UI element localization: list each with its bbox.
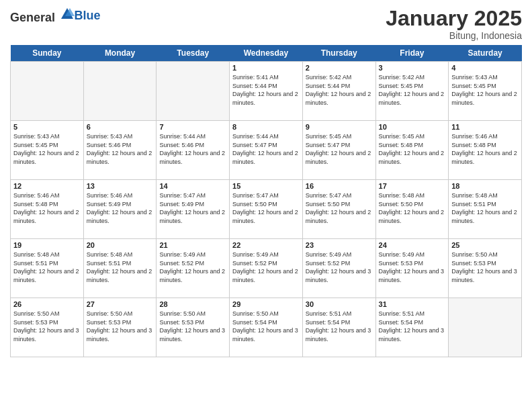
- day-number: 12: [13, 182, 81, 190]
- calendar-cell: 6Sunrise: 5:43 AMSunset: 5:46 PMDaylight…: [83, 121, 157, 180]
- day-info: Sunrise: 5:50 AMSunset: 5:53 PMDaylight:…: [87, 310, 154, 343]
- day-info: Sunrise: 5:43 AMSunset: 5:46 PMDaylight:…: [87, 132, 154, 166]
- day-number: 18: [451, 182, 519, 190]
- week-row-3: 12Sunrise: 5:46 AMSunset: 5:48 PMDayligh…: [11, 180, 522, 239]
- day-info: Sunrise: 5:48 AMSunset: 5:51 PMDaylight:…: [451, 191, 519, 225]
- day-info: Sunrise: 5:49 AMSunset: 5:52 PMDaylight:…: [159, 250, 226, 284]
- day-number: 17: [379, 182, 446, 190]
- day-number: 1: [232, 64, 300, 72]
- day-info: Sunrise: 5:50 AMSunset: 5:53 PMDaylight:…: [13, 310, 81, 343]
- day-number: 11: [451, 123, 519, 131]
- week-row-2: 5Sunrise: 5:43 AMSunset: 5:45 PMDaylight…: [11, 121, 522, 180]
- calendar-cell: [157, 62, 230, 121]
- day-number: 10: [379, 123, 446, 131]
- day-number: 23: [306, 241, 373, 249]
- day-number: 13: [87, 182, 154, 190]
- day-info: Sunrise: 5:48 AMSunset: 5:50 PMDaylight:…: [379, 191, 446, 225]
- day-info: Sunrise: 5:49 AMSunset: 5:52 PMDaylight:…: [232, 250, 300, 284]
- header: General Blue January 2025 Bitung, Indone…: [10, 7, 522, 41]
- day-header-monday: Monday: [83, 45, 157, 62]
- calendar-cell: 26Sunrise: 5:50 AMSunset: 5:53 PMDayligh…: [11, 298, 84, 357]
- day-number: 25: [451, 241, 519, 249]
- day-header-sunday: Sunday: [11, 45, 84, 62]
- calendar-cell: 28Sunrise: 5:50 AMSunset: 5:53 PMDayligh…: [157, 298, 230, 357]
- calendar-table: SundayMondayTuesdayWednesdayThursdayFrid…: [10, 45, 522, 357]
- day-info: Sunrise: 5:48 AMSunset: 5:51 PMDaylight:…: [13, 250, 81, 284]
- day-info: Sunrise: 5:46 AMSunset: 5:48 PMDaylight:…: [451, 132, 519, 166]
- day-info: Sunrise: 5:46 AMSunset: 5:48 PMDaylight:…: [13, 191, 81, 225]
- calendar-cell: 22Sunrise: 5:49 AMSunset: 5:52 PMDayligh…: [230, 239, 303, 298]
- day-info: Sunrise: 5:50 AMSunset: 5:54 PMDaylight:…: [232, 310, 300, 343]
- title-block: January 2025 Bitung, Indonesia: [386, 7, 522, 41]
- day-info: Sunrise: 5:44 AMSunset: 5:47 PMDaylight:…: [232, 132, 300, 166]
- day-info: Sunrise: 5:50 AMSunset: 5:53 PMDaylight:…: [159, 310, 226, 343]
- calendar-cell: 8Sunrise: 5:44 AMSunset: 5:47 PMDaylight…: [230, 121, 303, 180]
- calendar-cell: 15Sunrise: 5:47 AMSunset: 5:50 PMDayligh…: [230, 180, 303, 239]
- day-number: 2: [306, 64, 373, 72]
- day-info: Sunrise: 5:42 AMSunset: 5:44 PMDaylight:…: [306, 73, 373, 107]
- calendar-cell: 4Sunrise: 5:43 AMSunset: 5:45 PMDaylight…: [449, 62, 522, 121]
- month-title: January 2025: [386, 7, 522, 30]
- calendar-cell: [11, 62, 84, 121]
- day-header-wednesday: Wednesday: [230, 45, 303, 62]
- day-header-tuesday: Tuesday: [157, 45, 230, 62]
- day-info: Sunrise: 5:49 AMSunset: 5:52 PMDaylight:…: [306, 250, 373, 284]
- day-number: 24: [379, 241, 446, 249]
- day-number: 20: [87, 241, 154, 249]
- calendar-cell: 5Sunrise: 5:43 AMSunset: 5:45 PMDaylight…: [11, 121, 84, 180]
- day-number: 22: [232, 241, 300, 249]
- day-header-friday: Friday: [375, 45, 449, 62]
- calendar-cell: [83, 62, 157, 121]
- day-info: Sunrise: 5:44 AMSunset: 5:46 PMDaylight:…: [159, 132, 226, 166]
- day-header-saturday: Saturday: [449, 45, 522, 62]
- day-number: 26: [13, 300, 81, 308]
- week-row-4: 19Sunrise: 5:48 AMSunset: 5:51 PMDayligh…: [11, 239, 522, 298]
- day-info: Sunrise: 5:45 AMSunset: 5:47 PMDaylight:…: [306, 132, 373, 166]
- calendar-cell: 19Sunrise: 5:48 AMSunset: 5:51 PMDayligh…: [11, 239, 84, 298]
- calendar-cell: 14Sunrise: 5:47 AMSunset: 5:49 PMDayligh…: [157, 180, 230, 239]
- calendar-cell: 29Sunrise: 5:50 AMSunset: 5:54 PMDayligh…: [230, 298, 303, 357]
- logo-icon: [60, 7, 75, 21]
- calendar-cell: 18Sunrise: 5:48 AMSunset: 5:51 PMDayligh…: [449, 180, 522, 239]
- calendar-cell: 30Sunrise: 5:51 AMSunset: 5:54 PMDayligh…: [302, 298, 375, 357]
- day-info: Sunrise: 5:43 AMSunset: 5:45 PMDaylight:…: [451, 73, 519, 107]
- day-number: 4: [451, 64, 519, 72]
- calendar-cell: [449, 298, 522, 357]
- day-info: Sunrise: 5:41 AMSunset: 5:44 PMDaylight:…: [232, 73, 300, 107]
- week-row-5: 26Sunrise: 5:50 AMSunset: 5:53 PMDayligh…: [11, 298, 522, 357]
- day-info: Sunrise: 5:47 AMSunset: 5:50 PMDaylight:…: [306, 191, 373, 225]
- day-number: 27: [87, 300, 154, 308]
- calendar-cell: 17Sunrise: 5:48 AMSunset: 5:50 PMDayligh…: [375, 180, 449, 239]
- calendar-cell: 16Sunrise: 5:47 AMSunset: 5:50 PMDayligh…: [302, 180, 375, 239]
- calendar-cell: 2Sunrise: 5:42 AMSunset: 5:44 PMDaylight…: [302, 62, 375, 121]
- calendar-cell: 27Sunrise: 5:50 AMSunset: 5:53 PMDayligh…: [83, 298, 157, 357]
- calendar-cell: 9Sunrise: 5:45 AMSunset: 5:47 PMDaylight…: [302, 121, 375, 180]
- day-number: 28: [159, 300, 226, 308]
- logo-general: General: [10, 11, 55, 24]
- day-info: Sunrise: 5:43 AMSunset: 5:45 PMDaylight:…: [13, 132, 81, 166]
- calendar-cell: 12Sunrise: 5:46 AMSunset: 5:48 PMDayligh…: [11, 180, 84, 239]
- day-number: 15: [232, 182, 300, 190]
- day-number: 31: [379, 300, 446, 308]
- week-row-1: 1Sunrise: 5:41 AMSunset: 5:44 PMDaylight…: [11, 62, 522, 121]
- day-number: 3: [379, 64, 446, 72]
- day-number: 21: [159, 241, 226, 249]
- day-number: 5: [13, 123, 81, 131]
- calendar-cell: 31Sunrise: 5:51 AMSunset: 5:54 PMDayligh…: [375, 298, 449, 357]
- day-number: 16: [306, 182, 373, 190]
- calendar-cell: 21Sunrise: 5:49 AMSunset: 5:52 PMDayligh…: [157, 239, 230, 298]
- calendar-cell: 10Sunrise: 5:45 AMSunset: 5:48 PMDayligh…: [375, 121, 449, 180]
- day-info: Sunrise: 5:49 AMSunset: 5:53 PMDaylight:…: [379, 250, 446, 284]
- day-number: 7: [159, 123, 226, 131]
- day-number: 9: [306, 123, 373, 131]
- location-subtitle: Bitung, Indonesia: [386, 30, 522, 41]
- logo-blue: Blue: [75, 9, 101, 22]
- day-number: 8: [232, 123, 300, 131]
- day-info: Sunrise: 5:50 AMSunset: 5:53 PMDaylight:…: [451, 250, 519, 284]
- day-number: 30: [306, 300, 373, 308]
- calendar-cell: 11Sunrise: 5:46 AMSunset: 5:48 PMDayligh…: [449, 121, 522, 180]
- header-row: SundayMondayTuesdayWednesdayThursdayFrid…: [11, 45, 522, 62]
- calendar-cell: 1Sunrise: 5:41 AMSunset: 5:44 PMDaylight…: [230, 62, 303, 121]
- logo: General Blue: [10, 7, 101, 25]
- day-number: 14: [159, 182, 226, 190]
